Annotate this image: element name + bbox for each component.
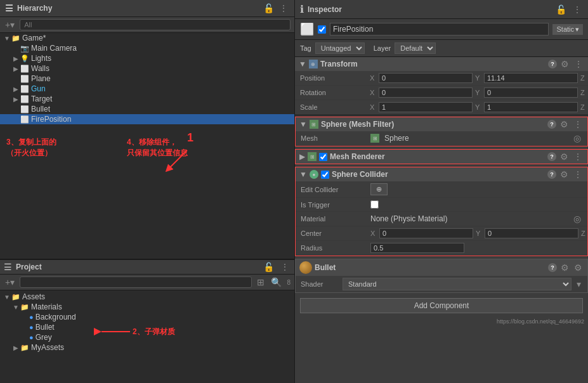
mesh-filter-header[interactable]: ▼ ⊞ Sphere (Mesh Filter) ? ⚙ ⋮ — [296, 117, 587, 131]
is-trigger-checkbox[interactable] — [370, 200, 379, 209]
scale-x-input[interactable] — [379, 102, 473, 112]
tree-arrow-lights: ▶ — [11, 55, 20, 62]
transform-icon: ⊕ — [309, 60, 318, 68]
tree-item-maincamera[interactable]: 📷 Main Camera — [0, 43, 294, 53]
mesh-filter-component: ▼ ⊞ Sphere (Mesh Filter) ? ⚙ ⋮ Mesh ⊞ Sp… — [295, 117, 588, 146]
transform-settings-icon[interactable]: ⚙ — [559, 59, 570, 69]
rotation-y-input[interactable] — [484, 88, 578, 98]
tree-item-lights[interactable]: ▶ 💡 Lights — [0, 53, 294, 63]
bullet-material-gear-icon[interactable]: ⚙ — [573, 263, 584, 273]
layer-select[interactable]: Default — [395, 42, 436, 54]
mesh-filter-settings-icon[interactable]: ⚙ — [559, 119, 570, 129]
tree-icon-maincamera: 📷 — [20, 44, 29, 53]
project-item-grey[interactable]: ● Grey — [0, 332, 294, 342]
tree-item-target[interactable]: ▶ ⬜ Target — [0, 94, 294, 104]
inspector-icon: ℹ — [300, 3, 304, 15]
project-more-btn[interactable]: ⋮ — [279, 262, 291, 272]
sphere-collider-toggle[interactable] — [321, 171, 329, 179]
center-x-input[interactable] — [379, 228, 473, 238]
shader-select[interactable]: Standard — [343, 278, 572, 290]
rotation-y-label: Y — [475, 89, 483, 96]
bullet-material-settings-icon[interactable]: ⚙ — [559, 263, 570, 273]
tag-select[interactable]: Untagged — [315, 42, 365, 54]
bullet-material-help-icon: ? — [548, 263, 557, 272]
mesh-renderer-more-icon[interactable]: ⋮ — [572, 152, 584, 162]
material-row: Material None (Physic Material) ◎ — [296, 212, 587, 226]
project-arrow-materials: ▼ — [11, 304, 20, 311]
project-add-btn[interactable]: +▾ — [4, 277, 16, 287]
scale-y-input[interactable] — [484, 102, 578, 112]
tree-item-game[interactable]: ▼ 📁 Game* — [0, 33, 294, 43]
position-y-coord: Y — [475, 73, 578, 83]
gameobject-name-input[interactable] — [330, 23, 549, 36]
edit-collider-label: Edit Collider — [301, 186, 370, 193]
transform-more-icon[interactable]: ⋮ — [573, 59, 584, 69]
mesh-filter-help-icon: ? — [547, 120, 556, 129]
sphere-collider-more-icon[interactable]: ⋮ — [572, 169, 584, 179]
project-lock-btn[interactable]: 🔓 — [262, 262, 275, 272]
rotation-x-input[interactable] — [379, 88, 473, 98]
tree-item-plane[interactable]: ⬜ Plane — [0, 74, 294, 84]
inspector-lock-btn[interactable]: 🔓 — [554, 4, 568, 15]
layer-label: Layer — [374, 44, 391, 52]
project-item-assets[interactable]: ▼ 📁 Assets — [0, 292, 294, 302]
project-item-bullet[interactable]: ● Bullet — [0, 322, 294, 332]
edit-collider-btn[interactable]: ⊕ — [370, 183, 388, 195]
project-search[interactable] — [20, 276, 252, 288]
hierarchy-add-btn[interactable]: +▾ — [4, 20, 16, 30]
hierarchy-more-btn[interactable]: ⋮ — [278, 3, 289, 13]
static-dropdown-icon: ▾ — [575, 25, 579, 34]
project-label-materials: Materials — [31, 302, 62, 311]
inspector-more-btn[interactable]: ⋮ — [572, 4, 583, 15]
hierarchy-lock-btn[interactable]: 🔓 — [262, 3, 275, 13]
tree-item-gun[interactable]: ▶ ⬜ Gun — [0, 84, 294, 94]
project-layout-btn[interactable]: ⊞ — [256, 277, 266, 287]
mesh-renderer-header[interactable]: ▶ ⊞ Mesh Renderer ? ⚙ ⋮ — [296, 150, 587, 164]
mesh-renderer-settings-icon[interactable]: ⚙ — [559, 152, 570, 162]
is-trigger-label: Is Trigger — [301, 201, 370, 209]
project-item-myassets[interactable]: ▶ 📁 MyAssets — [0, 342, 294, 353]
project-counter: 8 — [287, 279, 291, 286]
mesh-renderer-expand-arrow: ▶ — [299, 152, 305, 161]
gameobject-icon: ⬜ — [300, 22, 314, 36]
sphere-collider-header[interactable]: ▼ ● Sphere Collider ? ⚙ ⋮ — [296, 167, 587, 181]
position-y-input[interactable] — [484, 73, 578, 83]
hierarchy-title: Hierarchy — [17, 4, 258, 13]
transform-header[interactable]: ▼ ⊕ Transform ? ⚙ ⋮ — [295, 57, 588, 71]
sphere-collider-settings-icon[interactable]: ⚙ — [559, 169, 570, 179]
center-z-coord: Z — [581, 228, 588, 238]
mesh-pick-btn[interactable]: ◎ — [572, 133, 582, 143]
gameobject-enable-toggle[interactable] — [318, 25, 326, 34]
project-panel: ☰ Project 🔓 ⋮ +▾ ⊞ 🔍 8 ▼ 📁 Assets — [0, 259, 294, 383]
center-y-input[interactable] — [485, 228, 578, 238]
position-x-input[interactable] — [379, 73, 473, 83]
transform-component: ▼ ⊕ Transform ? ⚙ ⋮ Position X Y — [295, 57, 588, 115]
center-x-coord: X — [370, 228, 473, 238]
mesh-filter-more-icon[interactable]: ⋮ — [572, 119, 584, 129]
rotation-x-label: X — [370, 89, 377, 96]
tree-item-fireposition[interactable]: ⬜ FirePosition — [0, 114, 294, 124]
shader-dropdown-icon[interactable]: ▾ — [575, 279, 582, 289]
project-filter-btn[interactable]: 🔍 — [270, 277, 283, 287]
tag-label: Tag — [300, 44, 311, 52]
bullet-material-header[interactable]: Bullet ? ⚙ ⚙ — [296, 259, 587, 276]
mesh-renderer-toggle[interactable] — [319, 153, 327, 161]
project-item-materials[interactable]: ▼ 📁 Materials — [0, 302, 294, 312]
tree-item-walls[interactable]: ▶ ⬜ Walls — [0, 63, 294, 74]
project-item-background[interactable]: ● Background — [0, 312, 294, 322]
tree-icon-bullet: ⬜ — [20, 105, 29, 114]
transform-body: Position X Y Z — [295, 71, 588, 115]
add-component-button[interactable]: Add Component — [300, 298, 583, 313]
project-label-bullet: Bullet — [36, 323, 55, 332]
tree-item-bullet[interactable]: ⬜ Bullet — [0, 104, 294, 114]
project-label-myassets: MyAssets — [31, 343, 64, 352]
tree-icon-game: 📁 — [11, 34, 20, 42]
collider-material-pick-btn[interactable]: ◎ — [572, 214, 582, 224]
project-title: Project — [16, 263, 258, 271]
sphere-collider-help-icon: ? — [547, 170, 556, 179]
project-icon-myassets: 📁 — [20, 344, 29, 352]
hierarchy-search[interactable] — [20, 19, 291, 30]
static-button[interactable]: Static ▾ — [552, 24, 583, 35]
radius-input[interactable] — [370, 243, 464, 253]
tree-icon-walls: ⬜ — [20, 65, 29, 73]
